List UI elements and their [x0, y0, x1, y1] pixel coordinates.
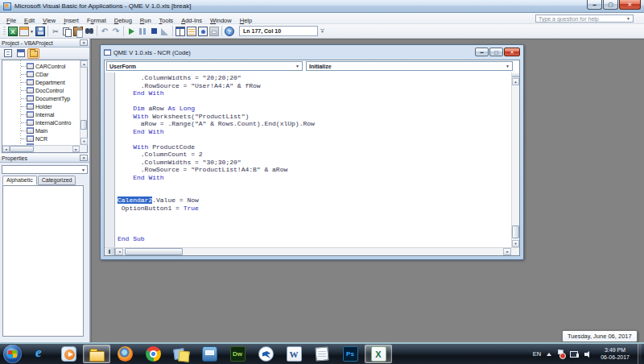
design-mode-button[interactable] — [159, 25, 171, 38]
scroll-thumb[interactable] — [512, 225, 519, 238]
minimize-button[interactable] — [475, 48, 489, 56]
find-button[interactable] — [84, 25, 95, 38]
project-item-ncr[interactable]: NCR — [2, 134, 80, 143]
action-center-icon[interactable] — [557, 350, 564, 358]
reset-button[interactable] — [148, 25, 159, 38]
minimize-button[interactable] — [587, 0, 602, 10]
restore-button[interactable] — [489, 48, 503, 56]
clock[interactable]: 3:49 PM 06-06-2017 — [598, 347, 632, 361]
close-icon[interactable] — [80, 155, 88, 161]
scroll-track[interactable] — [183, 248, 503, 255]
close-button[interactable] — [504, 48, 520, 56]
copy-button[interactable] — [61, 25, 72, 38]
code-editor[interactable]: .ColumnWidths = "20;20;20" .RowSource = … — [105, 72, 511, 247]
scroll-thumb[interactable] — [10, 146, 34, 152]
view-code-button[interactable] — [2, 48, 14, 59]
cut-button[interactable] — [50, 25, 61, 38]
code-horizontal-scrollbar[interactable]: ◄ ► — [105, 247, 519, 255]
volume-icon[interactable] — [584, 350, 592, 358]
menu-edit[interactable]: Edit — [24, 17, 35, 24]
project-item-documenttyp[interactable]: DocumentTyp — [2, 94, 80, 102]
toolbar-grip[interactable] — [3, 27, 6, 36]
run-button[interactable] — [126, 25, 137, 38]
project-explorer-button[interactable] — [175, 25, 186, 38]
taskbar-screens[interactable] — [196, 345, 223, 363]
taskbar-word[interactable] — [280, 345, 308, 363]
procedure-dropdown[interactable]: Initialize ▼ — [306, 61, 513, 71]
project-item-holder[interactable]: Holder — [2, 102, 80, 110]
menu-help[interactable]: Help — [240, 17, 252, 24]
tab-categorized[interactable]: Categorized — [38, 176, 76, 185]
menu-view[interactable]: View — [43, 17, 56, 24]
paste-button[interactable] — [72, 25, 84, 38]
code-window-titlebar[interactable]: QME V 1.0.xls - NCR (Code) — [101, 46, 522, 59]
taskbar-excel[interactable] — [365, 345, 392, 363]
menu-window[interactable]: Window — [210, 17, 232, 24]
taskbar-firefox[interactable] — [111, 345, 138, 363]
insert-userform-button[interactable]: ▼ — [19, 25, 35, 38]
view-excel-button[interactable] — [7, 25, 19, 38]
toolbox-button[interactable] — [208, 25, 220, 38]
break-button[interactable] — [137, 25, 148, 38]
project-tree-vertical-scrollbar[interactable]: ▲ ▼ — [80, 60, 87, 145]
maximize-button[interactable] — [603, 0, 618, 10]
tab-alphabetic[interactable]: Alphabetic — [2, 176, 37, 185]
menu-run[interactable]: Run — [140, 17, 151, 24]
language-indicator[interactable]: EN — [533, 350, 541, 358]
code-vertical-scrollbar[interactable]: ▲ ▼ — [511, 72, 519, 247]
taskbar-eagleget[interactable] — [252, 345, 279, 363]
object-dropdown[interactable]: UserForm ▼ — [106, 61, 303, 71]
start-button[interactable] — [3, 345, 22, 363]
help-button[interactable] — [224, 25, 235, 38]
object-browser-button[interactable] — [197, 25, 208, 38]
scroll-thumb[interactable] — [80, 120, 87, 130]
project-item-doccontrol[interactable]: DocControl — [2, 86, 80, 94]
close-button[interactable] — [619, 0, 641, 10]
properties-object-selector[interactable]: ▼ — [2, 165, 88, 174]
menu-addins[interactable]: Add-Ins — [181, 17, 202, 24]
redo-button[interactable] — [110, 25, 122, 38]
split-handle[interactable] — [105, 248, 115, 255]
undo-button[interactable] — [99, 25, 110, 38]
close-icon[interactable] — [80, 39, 88, 46]
show-desktop-button[interactable] — [638, 344, 642, 364]
scroll-down-icon[interactable]: ▼ — [80, 138, 88, 145]
taskbar-chrome[interactable] — [139, 345, 167, 363]
project-item-main[interactable]: Main — [2, 126, 80, 134]
split-handle[interactable] — [512, 72, 519, 77]
taskbar-notes[interactable] — [308, 345, 336, 363]
taskbar-dreamweaver[interactable] — [224, 345, 251, 363]
taskbar-photoshop[interactable] — [336, 345, 364, 363]
properties-window-button[interactable] — [186, 25, 197, 38]
save-button[interactable] — [35, 25, 46, 38]
scroll-thumb[interactable] — [125, 248, 183, 255]
taskbar-ie[interactable] — [27, 345, 54, 363]
scroll-up-icon[interactable]: ▲ — [80, 60, 88, 68]
project-item-internalcontro[interactable]: InternalContro — [2, 118, 80, 126]
taskbar-wmp[interactable] — [55, 345, 82, 363]
project-item-carcontrol[interactable]: CARControl — [2, 62, 80, 70]
scroll-right-icon[interactable]: ► — [72, 146, 80, 152]
scroll-left-icon[interactable]: ◄ — [115, 248, 123, 255]
project-tree-horizontal-scrollbar[interactable]: ◄ ► — [2, 145, 80, 152]
scroll-down-icon[interactable]: ▼ — [512, 240, 519, 247]
menu-tools[interactable]: Tools — [159, 17, 174, 24]
project-item-internal[interactable]: Internal — [2, 110, 80, 118]
menu-file[interactable]: File — [6, 17, 16, 24]
view-object-button[interactable] — [14, 48, 27, 59]
show-hidden-icons-icon[interactable] — [547, 353, 551, 356]
menu-insert[interactable]: Insert — [64, 17, 79, 24]
network-icon[interactable] — [570, 350, 579, 358]
help-search-box[interactable]: Type a question for help ▼ — [535, 14, 634, 23]
menu-debug[interactable]: Debug — [114, 17, 132, 24]
scroll-up-icon[interactable]: ▲ — [512, 78, 519, 85]
taskbar-sticky[interactable] — [167, 345, 195, 363]
toolbar-overflow[interactable]: ▼ — [320, 26, 325, 36]
scroll-right-icon[interactable]: ► — [503, 248, 511, 255]
project-item-department[interactable]: Department — [2, 78, 80, 86]
toggle-folders-button[interactable] — [27, 48, 39, 59]
taskbar-explorer[interactable] — [83, 345, 110, 363]
scroll-left-icon[interactable]: ◄ — [2, 146, 10, 152]
menu-format[interactable]: Format — [87, 17, 106, 24]
project-item-cdar[interactable]: CDar — [2, 70, 80, 78]
